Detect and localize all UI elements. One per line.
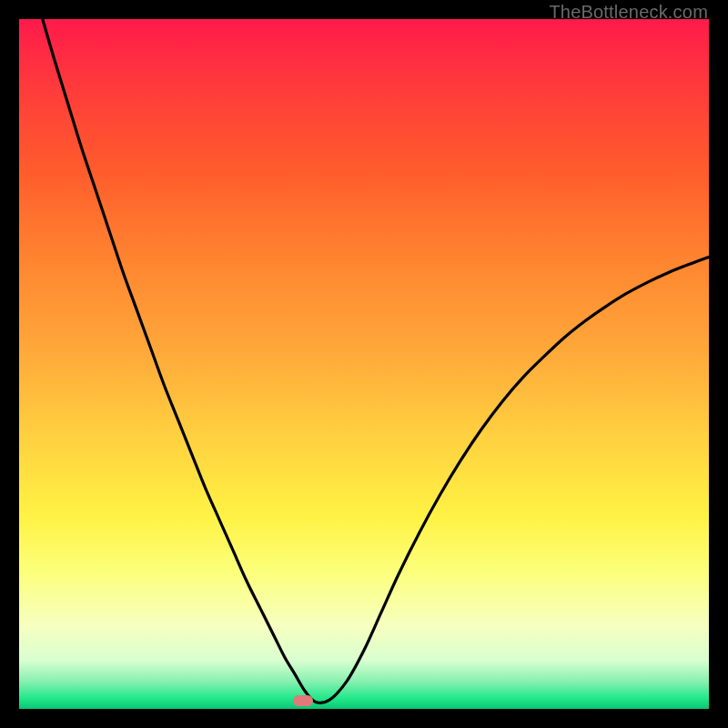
plot-area — [19, 19, 709, 709]
minimum-marker — [293, 695, 313, 706]
chart-frame: TheBottleneck.com — [0, 0, 728, 728]
bottleneck-curve — [19, 19, 709, 709]
